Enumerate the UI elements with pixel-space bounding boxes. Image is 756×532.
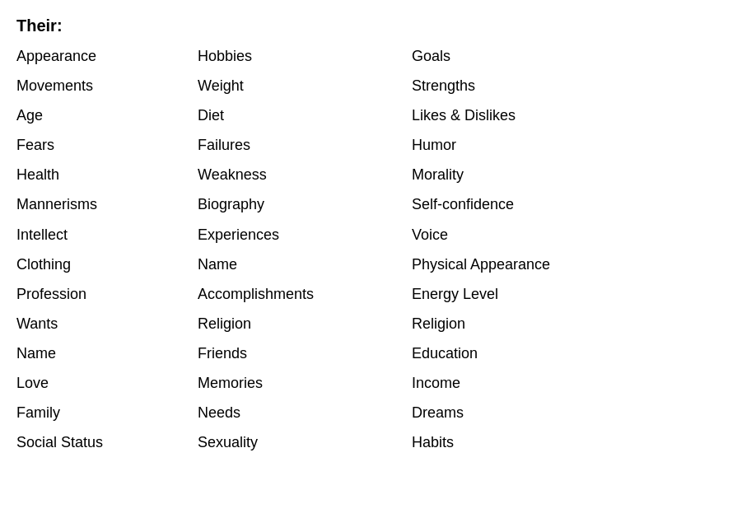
list-item: Goals bbox=[412, 44, 659, 68]
list-item: Likes & Dislikes bbox=[412, 103, 659, 128]
list-item: Energy Level bbox=[412, 282, 659, 306]
list-item: Intellect bbox=[16, 222, 198, 247]
list-item: Health bbox=[16, 162, 198, 187]
list-item: Experiences bbox=[198, 222, 412, 247]
header: Their: bbox=[16, 16, 740, 35]
list-item: Wants bbox=[16, 311, 198, 336]
list-item: Name bbox=[16, 341, 198, 366]
list-item: Diet bbox=[198, 103, 412, 128]
list-item: Humor bbox=[412, 133, 659, 157]
list-item: Weakness bbox=[198, 162, 412, 187]
list-item: Physical Appearance bbox=[412, 252, 659, 277]
list-item: Social Status bbox=[16, 430, 198, 455]
list-item: Strengths bbox=[412, 73, 659, 98]
list-item: Needs bbox=[198, 400, 412, 425]
list-item: Love bbox=[16, 371, 198, 395]
content-grid: AppearanceHobbiesGoalsMovementsWeightStr… bbox=[16, 44, 740, 455]
list-item: Morality bbox=[412, 162, 659, 187]
list-item: Age bbox=[16, 103, 198, 128]
list-item: Friends bbox=[198, 341, 412, 366]
list-item: Self-confidence bbox=[412, 192, 659, 217]
list-item: Religion bbox=[412, 311, 659, 336]
list-item: Profession bbox=[16, 282, 198, 306]
list-item: Education bbox=[412, 341, 659, 366]
list-item: Biography bbox=[198, 192, 412, 217]
list-item: Religion bbox=[198, 311, 412, 336]
list-item: Weight bbox=[198, 73, 412, 98]
list-item: Movements bbox=[16, 73, 198, 98]
list-item: Memories bbox=[198, 371, 412, 395]
list-item: Name bbox=[198, 252, 412, 277]
list-item: Clothing bbox=[16, 252, 198, 277]
list-item: Dreams bbox=[412, 400, 659, 425]
list-item: Habits bbox=[412, 430, 659, 455]
list-item: Fears bbox=[16, 133, 198, 157]
list-item: Income bbox=[412, 371, 659, 395]
list-item: Mannerisms bbox=[16, 192, 198, 217]
list-item: Family bbox=[16, 400, 198, 425]
list-item: Appearance bbox=[16, 44, 198, 68]
list-item: Voice bbox=[412, 222, 659, 247]
list-item: Hobbies bbox=[198, 44, 412, 68]
list-item: Sexuality bbox=[198, 430, 412, 455]
list-item: Failures bbox=[198, 133, 412, 157]
list-item: Accomplishments bbox=[198, 282, 412, 306]
